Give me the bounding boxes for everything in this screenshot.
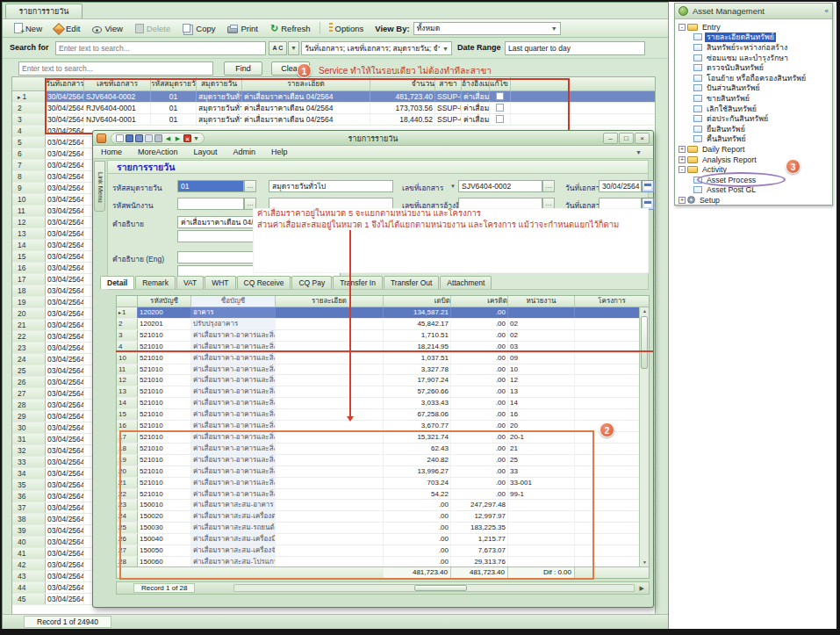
tab-transfer-in[interactable]: Transfer In — [333, 276, 383, 289]
menu-help[interactable]: Help — [263, 148, 296, 156]
expand-toggle-icon[interactable] — [678, 156, 686, 163]
tree-item[interactable]: ซ่อมแซม และบำรุงรักษา — [675, 53, 832, 63]
link-menu-tab[interactable]: Link Menu — [94, 161, 105, 212]
scroll-right-icon[interactable]: ▶ — [640, 585, 644, 592]
print-button[interactable]: Print — [221, 22, 264, 35]
tree-item[interactable]: Analysis Report — [675, 155, 832, 165]
annotation-arrow-down — [349, 230, 351, 416]
tree-item[interactable]: Entry — [675, 22, 832, 32]
expand-toggle-icon[interactable] — [678, 197, 686, 204]
journal-code-field[interactable]: 01 — [177, 180, 244, 192]
view-button[interactable]: View — [86, 22, 128, 35]
date-range-input[interactable] — [505, 41, 645, 55]
expand-toggle-icon[interactable] — [678, 166, 686, 173]
expand-toggle-icon[interactable] — [678, 146, 686, 153]
search-fields-dropdown[interactable]: วันที่เอกสาร; เลขที่เอกสาร; สมุดรายวัน; … — [301, 41, 452, 55]
calendar-icon[interactable] — [642, 180, 654, 192]
menu-home[interactable]: Home — [93, 148, 130, 156]
detail-row[interactable]: 12 521010 ค่าเสื่อมราคา-อาคารและสิ่งป...… — [117, 375, 649, 386]
tree-item[interactable]: ยืมสินทรัพย์ — [675, 124, 832, 134]
tab-transfer-out[interactable]: Transfer Out — [384, 276, 439, 289]
search-options-button[interactable]: ▼ — [288, 41, 299, 55]
doc-no-lookup-button[interactable]: … — [542, 180, 555, 192]
menu-layout[interactable]: Layout — [186, 148, 226, 156]
cell-doc-date: 03/04/2564 — [46, 571, 84, 581]
tree-item[interactable]: ขายสินทรัพย์ — [675, 93, 832, 104]
filter-input[interactable] — [18, 61, 213, 76]
find-button[interactable]: Find — [224, 61, 262, 76]
detail-row[interactable]: 11 521010 ค่าเสื่อมราคา-อาคารและสิ่งป...… — [117, 364, 649, 376]
minimize-button[interactable]: – — [603, 133, 618, 144]
tab-daily-journal[interactable]: รายการรายวัน — [5, 4, 83, 18]
cell-debit: 1,710.51 — [384, 330, 451, 341]
detail-row[interactable]: 2 120201 ปรับปรุงอาคาร 45,842.17 .00 02 — [117, 319, 649, 330]
tree-item[interactable]: Setup — [675, 195, 832, 206]
column-header-credit[interactable]: เครดิต — [451, 296, 508, 307]
tab-detail[interactable]: Detail — [100, 276, 134, 289]
tree-item[interactable]: Daily Report — [675, 144, 832, 155]
tree-item[interactable]: รายละเอียดสินทรัพย์ — [675, 32, 832, 43]
close-button[interactable]: × — [635, 133, 650, 144]
match-case-button[interactable]: A C — [269, 41, 287, 55]
copy-button[interactable]: Copy — [176, 22, 221, 35]
row-number: 30 — [12, 422, 46, 433]
view-by-dropdown[interactable]: ทั้งหมด▼ — [413, 22, 561, 35]
refresh-button[interactable]: ↻Refresh — [264, 22, 316, 35]
journal-code-lookup-button[interactable]: … — [244, 180, 256, 192]
tab-attachment[interactable]: Attachment — [440, 276, 492, 289]
expand-toggle-icon[interactable] — [678, 24, 686, 31]
detail-row[interactable]: 1 120200 อาคาร 134,587.21 .00 — [117, 307, 649, 319]
doc-no-field[interactable]: SJV6404-0002 — [458, 180, 542, 192]
maximize-button[interactable]: □ — [619, 133, 634, 144]
scroll-up-icon[interactable]: ▲ — [640, 307, 650, 315]
tree-item[interactable]: สินทรัพย์ระหว่างก่อสร้าง — [675, 42, 832, 53]
tab-cq-receive[interactable]: CQ Receive — [237, 276, 291, 289]
tab-wht[interactable]: WHT — [205, 276, 235, 289]
scrollbar-thumb[interactable] — [641, 316, 648, 369]
delete-button[interactable]: Delete — [129, 22, 176, 35]
tree-item[interactable]: เลิกใช้สินทรัพย์ — [675, 104, 832, 114]
doc-date-field[interactable]: 30/04/2564 — [599, 180, 642, 192]
tab-vat[interactable]: VAT — [176, 276, 204, 289]
vertical-scrollbar[interactable]: ▲ ▼ — [639, 307, 649, 566]
horizontal-scrollbar[interactable] — [233, 584, 634, 592]
tree-item[interactable]: ตรวจนับสินทรัพย์ — [675, 62, 832, 73]
collapse-panel-icon[interactable]: « — [825, 7, 829, 15]
menu-moreaction[interactable]: MoreAction — [130, 148, 186, 156]
tab-cq-pay[interactable]: CQ Pay — [291, 276, 332, 289]
column-header-account-name[interactable]: ชื่อบัญชี — [191, 296, 276, 307]
chevron-down-icon[interactable]: ▼ — [448, 180, 458, 192]
cell-doc-date: 03/04/2564 — [46, 354, 84, 364]
tab-remark[interactable]: Remark — [135, 276, 176, 289]
column-header-detail[interactable]: รายละเอียด — [276, 296, 384, 307]
tree-item[interactable]: ปันส่วนสินทรัพย์ — [675, 83, 832, 94]
new-button[interactable]: New — [8, 21, 48, 35]
chevron-down-icon[interactable]: ▼ — [628, 149, 650, 155]
tree-item[interactable]: ต่อประกันสินทรัพย์ — [675, 113, 832, 124]
cell-doc-date: 03/04/2564 — [46, 582, 84, 593]
tree-item-label: Analysis Report — [700, 155, 758, 164]
edit-button[interactable]: Edit — [48, 21, 86, 35]
detail-row[interactable]: 3 521010 ค่าเสื่อมราคา-อาคารและสิ่งป... … — [117, 330, 649, 342]
menu-admin[interactable]: Admin — [226, 148, 264, 156]
search-input[interactable] — [55, 41, 266, 55]
journal-name-field[interactable]: สมุดรายวันทั่วไป — [269, 180, 393, 192]
options-button[interactable]: Options — [323, 21, 370, 35]
detail-row[interactable]: 15 521010 ค่าเสื่อมราคา-อาคารและสิ่งป...… — [117, 409, 649, 421]
dialog-titlebar[interactable]: ◀ ▶ × ▼ รายการรายวัน – □ × — [93, 131, 653, 146]
detail-row[interactable]: 13 521010 ค่าเสื่อมราคา-อาคารและสิ่งป...… — [117, 386, 649, 398]
scrollbar-thumb[interactable] — [414, 585, 467, 591]
detail-row[interactable]: 10 521010 ค่าเสื่อมราคา-อาคารและสิ่งป...… — [117, 353, 649, 364]
record-nav-right — [198, 584, 230, 592]
tree-item[interactable]: โอนย้าย หรือถือครองสินทรัพย์ — [675, 73, 832, 83]
column-header-project[interactable]: โครงการ — [575, 296, 649, 307]
tree-item[interactable]: คืนสินทรัพย์ — [675, 134, 832, 145]
employee-code-field[interactable] — [177, 198, 244, 210]
scroll-down-icon[interactable]: ▼ — [640, 559, 650, 566]
column-header-department[interactable]: หน่วยงาน — [508, 296, 575, 307]
main-status-bar: Record 1 of 24940 — [3, 614, 668, 629]
detail-row[interactable]: 14 521010 ค่าเสื่อมราคา-อาคารและสิ่งป...… — [117, 398, 649, 409]
journal-entry-dialog: ◀ ▶ × ▼ รายการรายวัน – □ × Home MoreActi… — [92, 130, 654, 608]
column-header-debit[interactable]: เดบิต — [384, 296, 451, 307]
column-header-account-code[interactable]: รหัสบัญชี — [138, 296, 191, 307]
